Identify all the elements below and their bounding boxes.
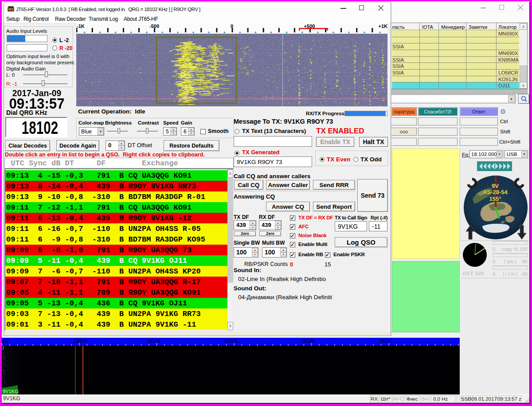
svg-text:7: 7 — [2, 346, 4, 351]
svg-text:AS-28-54: AS-28-54 — [483, 189, 508, 195]
svg-text:9V: 9V — [492, 183, 499, 189]
svg-text:155°: 155° — [489, 195, 501, 202]
